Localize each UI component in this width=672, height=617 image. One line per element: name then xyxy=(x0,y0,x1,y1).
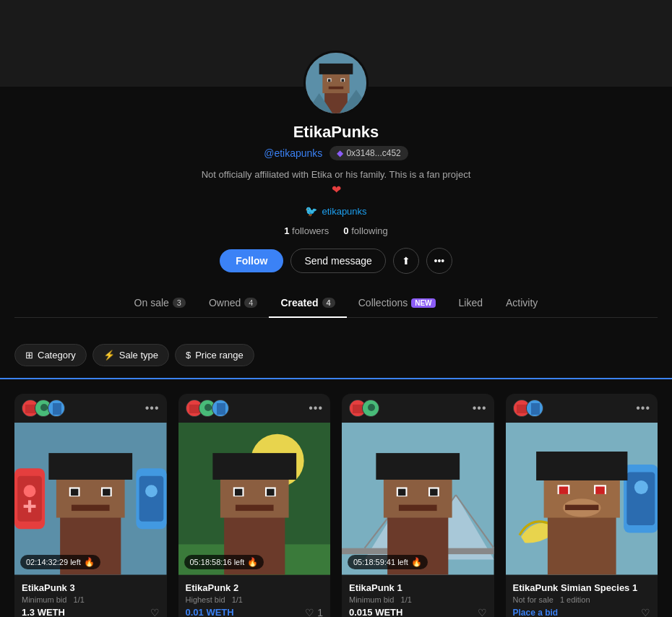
svg-rect-65 xyxy=(376,453,460,480)
share-icon: ⬆ xyxy=(402,255,410,267)
wallet-address: ◆ 0x3148...c452 xyxy=(329,146,408,160)
card-avatars-2 xyxy=(186,400,225,417)
timer-badge-1: 05:18:59:41 left 🔥 xyxy=(348,555,428,569)
nft-meta-3: Minimum bid 1/1 xyxy=(22,595,160,604)
twitter-row: 🐦 etikapunks xyxy=(305,205,366,217)
svg-rect-86 xyxy=(595,486,605,494)
place-bid-link[interactable]: Place a bid xyxy=(513,608,559,618)
nft-price-1: 0.015 WETH xyxy=(349,607,402,617)
svg-rect-24 xyxy=(139,476,164,522)
svg-rect-70 xyxy=(399,505,437,511)
nft-image-1[interactable]: 05:18:59:41 left 🔥 xyxy=(342,423,494,575)
fire-icon: 🔥 xyxy=(84,557,95,567)
filter-bar: ⊞ Category ⚡ Sale type $ Price range xyxy=(0,332,672,379)
svg-point-54 xyxy=(368,404,375,411)
nft-grid: ••• xyxy=(0,379,672,617)
like-button-2[interactable]: ♡ 1 xyxy=(305,607,323,618)
card-avatars-simian xyxy=(513,400,539,417)
svg-rect-39 xyxy=(217,403,225,415)
more-button[interactable]: ••• xyxy=(426,248,452,274)
send-message-button[interactable]: Send message xyxy=(290,249,385,273)
nft-image-simian[interactable] xyxy=(506,423,658,575)
price-range-filter[interactable]: $ Price range xyxy=(175,344,254,366)
profile-username: EtikaPunks xyxy=(293,123,379,142)
svg-rect-22 xyxy=(28,500,31,512)
tabs-bar: On sale 3 Owned 4 Created 4 Collections … xyxy=(14,288,658,318)
sale-type-icon: ⚡ xyxy=(103,350,115,361)
card-avatars xyxy=(22,400,61,417)
svg-rect-31 xyxy=(71,489,79,496)
svg-point-37 xyxy=(204,404,212,411)
price-icon: $ xyxy=(186,350,191,361)
followers-row: 1 followers 0 following xyxy=(284,225,388,236)
nft-image-2[interactable]: 05:18:58:16 left 🔥 xyxy=(178,423,331,575)
twitter-handle[interactable]: etikapunks xyxy=(322,206,366,217)
svg-rect-33 xyxy=(72,505,110,511)
action-row: Follow Send message ⬆ ••• xyxy=(220,248,452,274)
tab-activity[interactable]: Activity xyxy=(494,288,549,317)
nft-meta-simian: Not for sale 1 edition xyxy=(513,595,651,604)
profile-section: EtikaPunks @etikapunks ◆ 0x3148...c452 N… xyxy=(0,51,672,332)
svg-rect-85 xyxy=(559,486,568,494)
card-avatar-3 xyxy=(48,400,65,417)
svg-rect-50 xyxy=(235,505,273,511)
nft-info-simian: EtikaPunk Simian Species 1 Not for sale … xyxy=(506,575,658,618)
like-button-simian[interactable]: ♡ xyxy=(641,607,650,618)
tab-owned[interactable]: Owned 4 xyxy=(197,288,269,317)
svg-rect-74 xyxy=(531,403,540,415)
fire-icon-1: 🔥 xyxy=(411,557,422,567)
more-icon: ••• xyxy=(434,255,445,267)
follow-button[interactable]: Follow xyxy=(220,249,283,272)
svg-rect-27 xyxy=(56,476,125,518)
svg-rect-7 xyxy=(341,79,344,82)
svg-rect-68 xyxy=(398,489,406,496)
card-avatar-s-2 xyxy=(526,400,543,417)
heart-emoji: ❤ xyxy=(332,183,341,197)
followers-count: 1 followers xyxy=(284,225,329,236)
like-button-1[interactable]: ♡ xyxy=(478,607,487,618)
card-more-btn-2[interactable]: ••• xyxy=(309,402,323,415)
svg-rect-44 xyxy=(220,476,288,518)
nft-image-3[interactable]: 02:14:32:29 left 🔥 xyxy=(14,423,167,575)
card-avatars-1 xyxy=(349,400,375,417)
fire-icon-2: 🔥 xyxy=(247,557,258,567)
nft-card-2: ••• xyxy=(178,394,331,617)
nft-price-3: 1.3 WETH xyxy=(22,607,65,617)
category-filter[interactable]: ⊞ Category xyxy=(14,344,87,366)
svg-rect-6 xyxy=(328,79,331,82)
card-header: ••• xyxy=(14,394,167,423)
tab-liked[interactable]: Liked xyxy=(447,288,494,317)
svg-rect-79 xyxy=(547,510,616,574)
nft-card-simian: ••• xyxy=(506,394,658,617)
like-button-3[interactable]: ♡ xyxy=(150,607,160,618)
svg-rect-2 xyxy=(322,72,349,93)
card-more-btn[interactable]: ••• xyxy=(145,402,160,415)
svg-rect-8 xyxy=(329,87,344,90)
svg-rect-49 xyxy=(267,489,275,496)
timer-badge-3: 02:14:32:29 left 🔥 xyxy=(20,555,100,569)
nft-price-row-2: 0.01 WETH ♡ 1 xyxy=(186,607,324,618)
eth-icon: ◆ xyxy=(337,148,343,158)
card-header-simian: ••• xyxy=(506,394,658,423)
card-more-btn-simian[interactable]: ••• xyxy=(636,402,650,415)
share-button[interactable]: ⬆ xyxy=(393,248,419,274)
svg-point-20 xyxy=(24,485,36,497)
nft-name-2: EtikaPunk 2 xyxy=(186,582,324,593)
card-more-btn-1[interactable]: ••• xyxy=(473,402,487,415)
tab-created[interactable]: Created 4 xyxy=(269,288,346,317)
card-header-2: ••• xyxy=(178,394,331,423)
svg-rect-16 xyxy=(53,403,61,415)
nft-name-1: EtikaPunk 1 xyxy=(349,582,487,593)
nft-meta-1: Minimum bid 1/1 xyxy=(349,595,487,604)
tab-collections[interactable]: Collections NEW xyxy=(347,288,447,317)
profile-bio: Not officially affiliated with Etika or … xyxy=(202,169,471,180)
svg-rect-48 xyxy=(234,489,242,496)
sale-type-filter[interactable]: ⚡ Sale type xyxy=(92,344,169,366)
profile-handle[interactable]: @etikapunks xyxy=(264,147,322,159)
tab-on-sale[interactable]: On sale 3 xyxy=(123,288,197,317)
avatar xyxy=(303,51,369,116)
svg-rect-77 xyxy=(626,472,655,525)
svg-rect-82 xyxy=(536,452,627,480)
card-avatar-2-3 xyxy=(212,400,229,417)
nft-info-2: EtikaPunk 2 Highest bid 1/1 0.01 WETH ♡ … xyxy=(178,575,331,618)
